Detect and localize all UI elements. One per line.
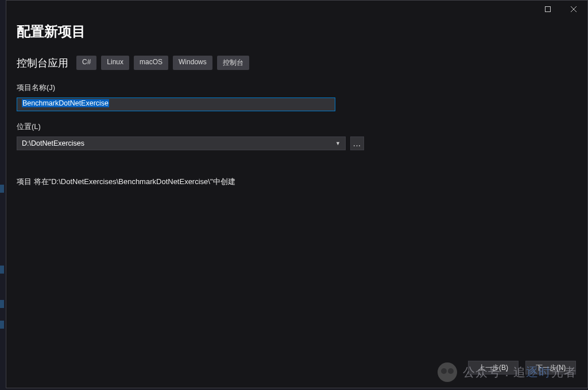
footer: 上一步(B) 下一步(N)	[6, 348, 587, 388]
titlebar	[6, 1, 587, 18]
tag-csharp: C#	[76, 56, 96, 70]
tag-linux: Linux	[101, 56, 129, 70]
back-button[interactable]: 上一步(B)	[468, 361, 519, 375]
tag-macos: macOS	[134, 56, 168, 70]
project-type-subtitle: 控制台应用	[17, 56, 68, 70]
tag-console: 控制台	[217, 56, 249, 70]
tag-windows: Windows	[173, 56, 212, 70]
content-area: 配置新项目 控制台应用 C# Linux macOS Windows 控制台 项…	[6, 18, 587, 348]
chevron-down-icon: ▼	[335, 141, 341, 146]
maximize-button[interactable]	[535, 1, 560, 17]
maximize-icon	[545, 6, 551, 12]
close-icon	[571, 6, 577, 12]
location-input[interactable]: D:\DotNetExercises ▼	[17, 136, 346, 150]
dialog-window: 配置新项目 控制台应用 C# Linux macOS Windows 控制台 项…	[6, 0, 588, 388]
location-value: D:\DotNetExercises	[22, 139, 84, 147]
project-name-input[interactable]: BenchmarkDotNetExercise	[17, 98, 335, 111]
svg-rect-0	[545, 7, 550, 12]
tags-container: C# Linux macOS Windows 控制台	[76, 56, 249, 70]
subtitle-row: 控制台应用 C# Linux macOS Windows 控制台	[17, 56, 574, 70]
project-name-value: BenchmarkDotNetExercise	[22, 99, 109, 107]
next-button[interactable]: 下一步(N)	[525, 361, 576, 375]
page-title: 配置新项目	[17, 22, 574, 41]
browse-button[interactable]: ...	[350, 136, 364, 150]
location-label: 位置(L)	[17, 122, 574, 132]
close-button[interactable]	[560, 1, 586, 17]
creation-path-info: 项目 将在"D:\DotNetExercises\BenchmarkDotNet…	[17, 177, 574, 187]
project-name-label: 项目名称(J)	[17, 83, 574, 93]
